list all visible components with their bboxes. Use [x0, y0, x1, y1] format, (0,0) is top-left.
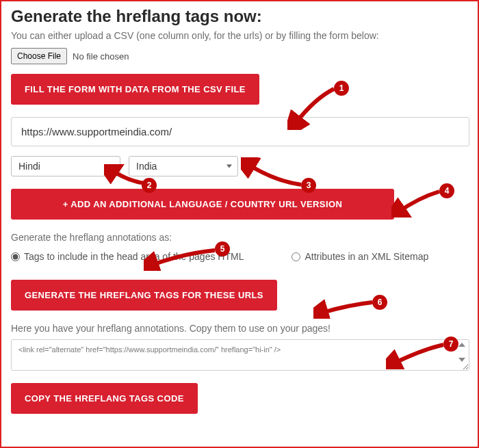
page-title: Generate the hreflang tags now: [11, 7, 468, 26]
scroll-up-icon [458, 343, 465, 347]
country-select-value: India [136, 161, 157, 172]
instructions-text: You can either upload a CSV (one column … [11, 30, 468, 41]
fill-from-csv-button[interactable]: FILL THE FORM WITH DATA FROM THE CSV FIL… [11, 74, 259, 105]
callout-badge-1: 1 [334, 81, 349, 96]
radio-row: Tags to include in the head area of the … [11, 251, 468, 262]
language-select-value: Hindi [18, 161, 40, 172]
chevron-down-icon [109, 165, 114, 168]
output-code: <link rel="alternate" href="https://www.… [18, 345, 281, 354]
radio-head-label: Tags to include in the head area of the … [24, 251, 244, 262]
choose-file-button[interactable]: Choose File [11, 48, 67, 64]
callout-badge-4: 4 [439, 183, 454, 198]
copy-button[interactable]: COPY THE HREFLANG TAGS CODE [11, 383, 198, 414]
callout-badge-6: 6 [372, 295, 387, 310]
app-frame: Generate the hreflang tags now: You can … [0, 0, 479, 448]
radio-sitemap-input[interactable] [292, 252, 300, 261]
callout-badge-5: 5 [215, 241, 230, 256]
chevron-down-icon [226, 165, 232, 168]
annotations-label: Generate the hreflang annotations as: [11, 232, 468, 243]
radio-sitemap-option[interactable]: Attributes in an XML Sitemap [292, 251, 428, 262]
arrow-icon-4 [391, 187, 446, 218]
radio-head-input[interactable] [11, 252, 20, 261]
output-textarea[interactable]: <link rel="alternate" href="https://www.… [11, 339, 469, 371]
generate-button[interactable]: GENERATE THE HREFLANG TAGS FOR THESE URL… [11, 280, 277, 311]
url-input[interactable] [11, 117, 469, 146]
lang-country-row: Hindi India [11, 156, 468, 176]
scroll-down-icon [458, 358, 465, 362]
file-status-text: No file chosen [73, 51, 129, 62]
add-version-button[interactable]: + ADD AN ADDITIONAL LANGUAGE / COUNTRY U… [11, 189, 394, 220]
file-upload-row: Choose File No file chosen [11, 48, 468, 64]
output-label: Here you have your hreflang annotations.… [11, 323, 468, 334]
callout-badge-3: 3 [301, 178, 316, 193]
language-select[interactable]: Hindi [11, 156, 120, 176]
radio-sitemap-label: Attributes in an XML Sitemap [305, 251, 428, 262]
radio-head-option[interactable]: Tags to include in the head area of the … [11, 251, 244, 262]
callout-badge-7: 7 [443, 337, 458, 352]
arrow-icon-6 [313, 297, 378, 319]
callout-badge-2: 2 [142, 178, 157, 193]
country-select[interactable]: India [129, 156, 238, 176]
